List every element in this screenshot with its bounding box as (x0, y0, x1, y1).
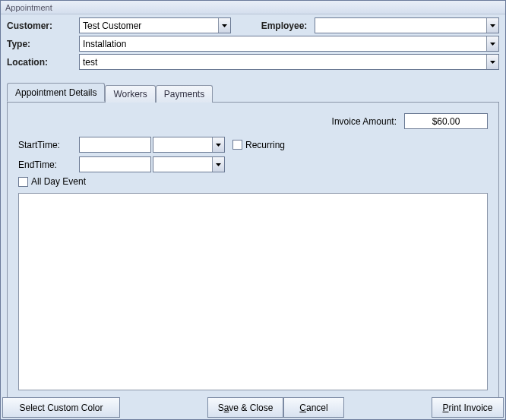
invoice-amount-field[interactable] (404, 113, 488, 129)
location-input[interactable] (80, 55, 486, 69)
svg-marker-2 (490, 43, 495, 46)
customer-label: Customer: (7, 21, 79, 31)
svg-marker-3 (490, 61, 495, 64)
tab-appointment-details[interactable]: Appointment Details (7, 83, 105, 102)
appointment-window: Appointment Customer: Employee: Type: (0, 0, 506, 420)
button-bar: Select Custom Color Save & Close Cancel … (2, 397, 504, 418)
notes-area[interactable] (18, 193, 488, 390)
starttime-time-input[interactable] (153, 137, 212, 152)
recurring-label: Recurring (245, 140, 285, 150)
tab-workers[interactable]: Workers (105, 85, 155, 103)
cancel-button[interactable]: Cancel (283, 397, 344, 418)
type-dropdown-button[interactable] (486, 36, 498, 51)
select-custom-color-button[interactable]: Select Custom Color (2, 397, 120, 418)
svg-marker-0 (222, 24, 227, 27)
chevron-down-icon (222, 24, 227, 27)
svg-marker-5 (216, 163, 221, 166)
location-combo[interactable] (79, 54, 499, 70)
location-dropdown-button[interactable] (486, 55, 498, 69)
all-day-event-label: All Day Event (31, 176, 86, 187)
customer-combo[interactable] (79, 17, 231, 33)
save-and-close-button[interactable]: Save & Close (207, 397, 283, 418)
type-label: Type: (7, 39, 79, 49)
endtime-time-combo[interactable] (153, 156, 225, 172)
endtime-date-input[interactable] (79, 156, 151, 172)
checkbox-box (18, 177, 28, 187)
starttime-time-combo[interactable] (153, 137, 225, 153)
chevron-down-icon (490, 24, 495, 27)
chevron-down-icon (216, 163, 221, 166)
starttime-time-dropdown-button[interactable] (212, 137, 224, 152)
employee-dropdown-button[interactable] (486, 18, 498, 33)
all-day-event-checkbox[interactable]: All Day Event (18, 176, 86, 187)
print-invoice-button[interactable]: Print Invoice (432, 397, 504, 418)
tab-payments[interactable]: Payments (156, 85, 213, 103)
starttime-label: StartTime: (18, 140, 79, 150)
customer-dropdown-button[interactable] (218, 18, 230, 33)
tab-panel-details: Invoice Amount: StartTime: Recurring (7, 102, 499, 418)
endtime-label: EndTime: (18, 159, 79, 170)
invoice-amount-label: Invoice Amount: (332, 116, 397, 127)
recurring-checkbox[interactable]: Recurring (232, 140, 285, 150)
employee-combo[interactable] (315, 17, 499, 33)
chevron-down-icon (490, 61, 495, 64)
tabs: Appointment Details Workers Payments Inv… (7, 83, 499, 418)
chevron-down-icon (216, 144, 221, 147)
location-label: Location: (7, 57, 79, 68)
endtime-time-input[interactable] (153, 157, 212, 172)
window-title: Appointment (5, 3, 52, 12)
type-combo[interactable] (79, 36, 499, 52)
type-input[interactable] (80, 36, 486, 51)
employee-label: Employee: (254, 21, 315, 31)
chevron-down-icon (490, 43, 495, 46)
checkbox-box (232, 140, 242, 150)
endtime-time-dropdown-button[interactable] (212, 157, 224, 172)
header-form: Customer: Employee: Type: (1, 14, 505, 78)
title-bar: Appointment (1, 1, 505, 14)
starttime-date-input[interactable] (79, 137, 151, 153)
employee-input[interactable] (315, 18, 486, 33)
svg-marker-4 (216, 144, 221, 147)
customer-input[interactable] (80, 18, 218, 33)
svg-marker-1 (490, 24, 495, 27)
tabstrip: Appointment Details Workers Payments (7, 83, 499, 102)
